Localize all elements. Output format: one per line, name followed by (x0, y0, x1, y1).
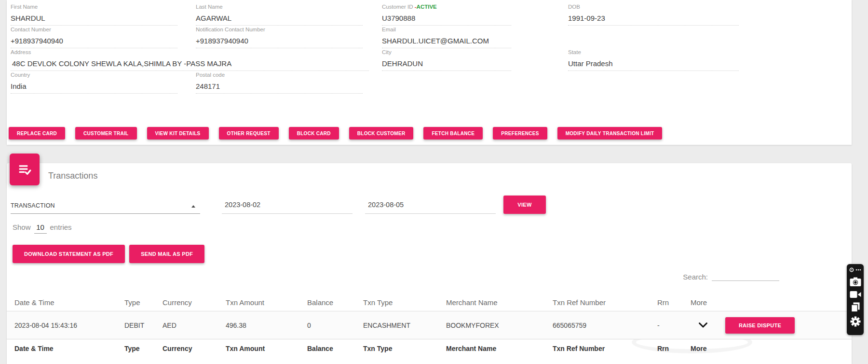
cell-more: RAISE DISPUTE (691, 317, 852, 334)
column-header[interactable]: Txn Ref Number (553, 298, 657, 307)
field-label: Country (11, 72, 177, 78)
table-row: 2023-08-04 15:43:16 DEBIT AED 496.38 0 E… (7, 311, 852, 339)
cell-currency: AED (163, 322, 226, 329)
footer-column-label: Currency (163, 345, 226, 352)
status-badge: ACTIVE (417, 4, 437, 10)
table-footer-row: Date & Time Type Currency Txn Amount Bal… (7, 339, 852, 362)
block-customer-button[interactable]: BLOCK CUSTOMER (349, 127, 414, 140)
cell-txn-ref-number: 665065759 (553, 322, 657, 329)
field-label: Notification Contact Number (196, 27, 363, 33)
capture-extension-toolbar (847, 264, 864, 335)
copy-pages-icon[interactable] (851, 302, 860, 312)
field-dob: DOB 1991-09-23 (568, 4, 739, 26)
column-header[interactable]: Txn Amount (226, 298, 307, 307)
from-date-input[interactable]: 2023-08-02 (222, 201, 353, 214)
customer-profile-card: First Name SHARDUL Last Name AGARWAL Cus… (7, 0, 852, 145)
transactions-card: Transactions TRANSACTION 2023-08-02 2023… (7, 163, 852, 364)
field-label: City (382, 49, 511, 56)
more-dots-icon[interactable] (855, 269, 861, 271)
transaction-type-select[interactable]: TRANSACTION (11, 202, 200, 214)
to-date-input[interactable]: 2023-08-05 (365, 201, 496, 214)
field-country: Country India (11, 72, 177, 94)
footer-column-label: Txn Ref Number (553, 345, 657, 352)
gear-icon[interactable] (850, 316, 861, 327)
column-header[interactable]: Currency (163, 298, 226, 307)
show-entries-suffix: entries (50, 223, 72, 231)
column-header[interactable]: Merchant Name (446, 298, 553, 307)
show-entries-prefix: Show (13, 223, 31, 231)
field-customer-id: Customer ID -ACTIVE U3790888 (382, 4, 511, 26)
field-city: City DEHRADUN (382, 49, 511, 71)
column-header[interactable]: Txn Type (363, 298, 446, 307)
cell-txn-amount: 496.38 (226, 322, 307, 329)
field-label: Postal code (196, 72, 363, 78)
column-header[interactable]: Rrn (657, 298, 691, 307)
expand-row-chevron-down-icon[interactable] (698, 322, 708, 328)
field-notification-contact-number: Notification Contact Number +91893794094… (196, 27, 363, 48)
field-value: 48C DEVLOK COLONY SHEWLA KALA,SHIMLA BY … (11, 59, 369, 68)
raise-dispute-button[interactable]: RAISE DISPUTE (725, 317, 795, 334)
footer-column-label: More (691, 345, 852, 352)
column-header[interactable]: Date & Time (14, 298, 124, 307)
view-button[interactable]: VIEW (503, 196, 546, 214)
preferences-button[interactable]: PREFERENCES (493, 127, 547, 140)
cell-balance: 0 (307, 322, 363, 329)
footer-column-label: Rrn (657, 345, 691, 352)
table-header-row: Date & Time Type Currency Txn Amount Bal… (7, 294, 852, 311)
replace-card-button[interactable]: REPLACE CARD (9, 127, 65, 140)
footer-column-label: Balance (307, 345, 363, 352)
field-value: DEHRADUN (382, 59, 511, 68)
field-value: SHARDUL.UICET@GMAIL.COM (382, 37, 511, 45)
field-label: Last Name (196, 4, 363, 10)
cell-txn-type: ENCASHMENT (363, 322, 446, 329)
field-label: State (568, 49, 739, 56)
show-entries-control: Show10entries (13, 223, 72, 234)
download-statement-pdf-button[interactable]: DOWNLOAD STATEMENT AS PDF (13, 245, 125, 263)
column-header[interactable]: Balance (307, 298, 363, 307)
search-input[interactable] (712, 270, 779, 281)
footer-column-label: Merchant Name (446, 345, 553, 352)
column-header[interactable]: Type (124, 298, 163, 307)
column-header[interactable]: More (691, 298, 852, 307)
list-check-icon (17, 162, 32, 177)
field-label: Customer ID -ACTIVE (382, 4, 511, 10)
field-value: U3790888 (382, 14, 511, 22)
footer-column-label: Type (124, 345, 163, 352)
customer-trail-button[interactable]: CUSTOMER TRAIL (75, 127, 136, 140)
camera-icon[interactable] (850, 277, 861, 287)
select-caret-icon (191, 205, 195, 208)
footer-column-label: Txn Amount (226, 345, 307, 352)
field-value: SHARDUL (11, 14, 177, 22)
field-state: State Uttar Pradesh (568, 49, 739, 71)
field-label: Email (382, 27, 511, 33)
field-label: Contact Number (11, 27, 177, 33)
field-label: First Name (11, 4, 177, 10)
fetch-balance-button[interactable]: FETCH BALANCE (423, 127, 483, 140)
video-camera-icon[interactable] (850, 291, 861, 298)
export-button-row: DOWNLOAD STATEMENT AS PDF SEND MAIL AS P… (13, 245, 204, 263)
footer-column-label: Date & Time (14, 345, 124, 352)
block-card-button[interactable]: BLOCK CARD (289, 127, 339, 140)
extension-logo-icon[interactable] (849, 267, 854, 272)
entries-count-select[interactable]: 10 (34, 223, 47, 234)
field-email: Email SHARDUL.UICET@GMAIL.COM (382, 27, 511, 48)
send-mail-pdf-button[interactable]: SEND MAIL AS PDF (129, 245, 204, 263)
cell-date-time: 2023-08-04 15:43:16 (14, 322, 124, 329)
transactions-list-check-icon (10, 154, 40, 185)
modify-daily-transaction-limit-button[interactable]: MODIFY DAILY TRANSACTION LIMIT (557, 127, 663, 140)
other-request-button[interactable]: OTHER REQUEST (219, 127, 279, 140)
field-contact-number: Contact Number +918937940940 (11, 27, 177, 48)
cell-rrn: - (657, 322, 691, 329)
transaction-type-value: TRANSACTION (11, 202, 55, 209)
field-value: India (11, 82, 177, 90)
section-title: Transactions (48, 171, 97, 181)
footer-column-label: Txn Type (363, 345, 446, 352)
field-value: +918937940940 (11, 37, 177, 45)
profile-action-row: REPLACE CARD CUSTOMER TRAIL VIEW KIT DET… (9, 127, 662, 140)
field-value: AGARWAL (196, 14, 363, 22)
view-kit-details-button[interactable]: VIEW KIT DETAILS (147, 127, 209, 140)
field-value: +918937940940 (196, 37, 363, 45)
field-label: DOB (568, 4, 739, 10)
search-label: Search: (683, 273, 708, 281)
field-value: 1991-09-23 (568, 14, 739, 22)
